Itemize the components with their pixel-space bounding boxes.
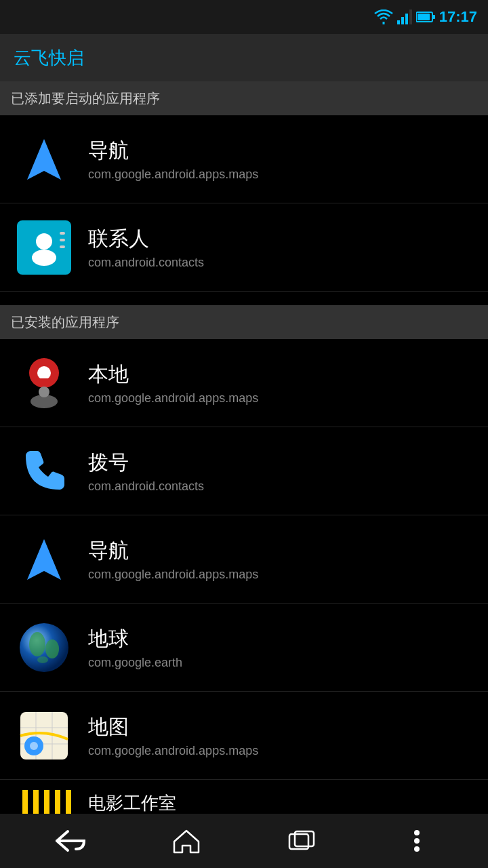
app-icon-contacts [14, 217, 75, 278]
home-button[interactable] [159, 821, 214, 861]
app-pkg-local: com.google.android.apps.maps [88, 391, 258, 406]
svg-rect-2 [405, 14, 408, 24]
status-bar: 17:17 [0, 0, 488, 34]
app-info-navigation: 导航 com.google.android.apps.maps [88, 137, 258, 182]
svg-point-29 [30, 742, 38, 750]
svg-point-33 [414, 838, 420, 844]
app-info-dialer: 拨号 com.android.contacts [88, 449, 204, 494]
section-installed-label: 已安装的应用程序 [11, 313, 119, 332]
app-name-navigation: 导航 [88, 137, 258, 165]
app-info-maps: 地图 com.google.android.apps.maps [88, 713, 258, 758]
app-title: 云飞快启 [14, 46, 84, 70]
status-time: 17:17 [439, 8, 477, 26]
spacer [0, 292, 488, 305]
svg-point-17 [39, 387, 49, 397]
recents-button[interactable] [274, 821, 329, 861]
svg-rect-6 [418, 14, 430, 20]
svg-point-20 [29, 632, 45, 656]
svg-point-22 [37, 656, 48, 663]
section-added-label: 已添加要启动的应用程序 [11, 90, 160, 108]
svg-point-21 [45, 639, 59, 658]
section-installed-header: 已安装的应用程序 [0, 305, 488, 339]
app-pkg-contacts: com.android.contacts [88, 256, 204, 270]
svg-point-34 [414, 846, 420, 852]
app-pkg-navigation: com.google.android.apps.maps [88, 167, 258, 182]
app-name-maps: 地图 [88, 713, 258, 741]
battery-icon [416, 11, 435, 23]
app-info-local: 本地 com.google.android.apps.maps [88, 361, 258, 406]
back-button[interactable] [44, 821, 98, 861]
menu-button[interactable] [390, 821, 444, 861]
installed-app-earth[interactable]: 地球 com.google.earth [0, 604, 488, 692]
app-name-contacts: 联系人 [88, 225, 204, 253]
added-app-contacts[interactable]: 联系人 com.android.contacts [0, 203, 488, 292]
app-info-earth: 地球 com.google.earth [88, 625, 182, 670]
svg-rect-10 [60, 232, 65, 235]
app-name-earth: 地球 [88, 625, 182, 653]
app-icon-dialer [14, 441, 75, 502]
section-added-header: 已添加要启动的应用程序 [0, 81, 488, 115]
installed-app-dialer[interactable]: 拨号 com.android.contacts [0, 427, 488, 515]
app-name-nav: 导航 [88, 537, 258, 565]
app-pkg-earth: com.google.earth [88, 656, 182, 670]
app-name-local: 本地 [88, 361, 258, 389]
app-name-movie: 电影工作室 [88, 791, 176, 815]
nav-bar [0, 814, 488, 868]
svg-rect-12 [60, 245, 65, 248]
app-icon-earth [14, 617, 75, 678]
app-name-dialer: 拨号 [88, 449, 204, 477]
app-pkg-maps: com.google.android.apps.maps [88, 744, 258, 758]
installed-app-local[interactable]: 本地 com.google.android.apps.maps [0, 339, 488, 427]
installed-app-maps[interactable]: 地图 com.google.android.apps.maps [0, 692, 488, 780]
added-app-navigation[interactable]: 导航 com.google.android.apps.maps [0, 115, 488, 203]
app-icon-navigation [14, 129, 75, 190]
app-info-contacts: 联系人 com.android.contacts [88, 225, 204, 270]
app-pkg-nav: com.google.android.apps.maps [88, 568, 258, 582]
app-icon-maps [14, 705, 75, 766]
svg-point-32 [414, 830, 420, 835]
app-icon-local [14, 353, 75, 414]
status-icons: 17:17 [374, 8, 477, 26]
app-pkg-dialer: com.android.contacts [88, 479, 204, 494]
svg-rect-5 [432, 15, 435, 19]
title-bar: 云飞快启 [0, 34, 488, 81]
svg-rect-1 [401, 17, 404, 24]
app-info-movie: 电影工作室 [88, 791, 176, 815]
installed-app-nav[interactable]: 导航 com.google.android.apps.maps [0, 515, 488, 604]
svg-rect-3 [409, 9, 412, 24]
svg-rect-11 [60, 239, 65, 241]
wifi-icon [374, 9, 393, 24]
signal-icon [397, 9, 412, 24]
svg-marker-7 [27, 139, 61, 180]
svg-point-8 [36, 233, 52, 250]
svg-point-9 [32, 250, 56, 266]
svg-rect-0 [397, 20, 400, 24]
svg-marker-18 [27, 539, 61, 580]
svg-point-14 [37, 366, 51, 380]
app-info-nav: 导航 com.google.android.apps.maps [88, 537, 258, 582]
app-icon-nav [14, 529, 75, 590]
